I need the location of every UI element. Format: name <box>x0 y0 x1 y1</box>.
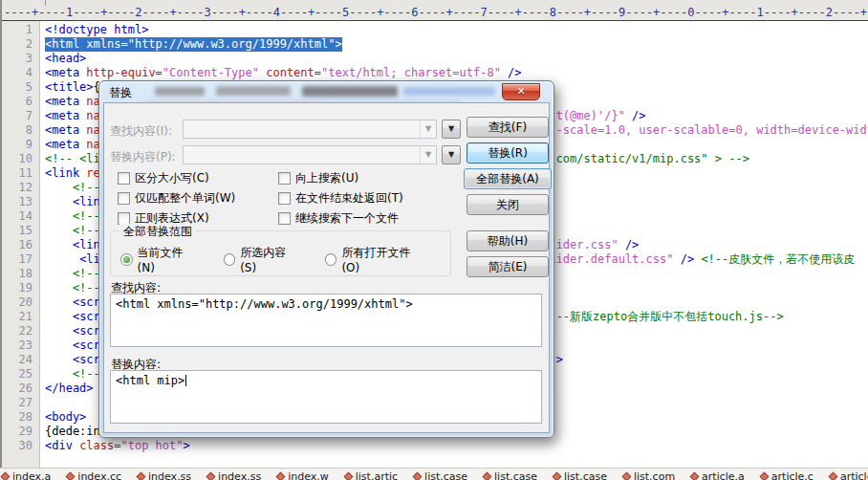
dialog-titlebar[interactable]: 替换 ✕ <box>99 81 553 102</box>
document-tab[interactable]: index.a <box>2 470 51 480</box>
code-line[interactable]: 2<html xmlns="http://www.w3.org/1999/xht… <box>0 37 868 52</box>
option-checkbox[interactable]: 继续搜索下一个文件 <box>278 208 403 229</box>
concise-button[interactable]: 简洁(E) <box>467 256 549 277</box>
replace-content-textarea[interactable]: <html mip> <box>110 370 542 424</box>
line-number: 26 <box>0 382 33 396</box>
file-icon <box>759 472 769 480</box>
help-button[interactable]: 帮助(H) <box>467 230 549 251</box>
document-tab-label: list.case <box>494 470 537 480</box>
code-text: <meta na <box>45 138 100 152</box>
find-what-combobox[interactable]: ▼ <box>183 120 437 139</box>
close-icon[interactable]: ✕ <box>502 83 540 100</box>
document-tab[interactable]: list.com <box>623 470 675 480</box>
line-number: 19 <box>0 281 33 295</box>
code-line[interactable]: 30<div class="top hot"> <box>0 439 868 453</box>
code-text: <title>{ <box>45 80 100 95</box>
replace-history-button[interactable]: ▼ <box>442 145 461 164</box>
line-number: 27 <box>0 396 33 410</box>
selected-code-text: <html xmlns="http://www.w3.org/1999/xhtm… <box>45 37 342 52</box>
document-tab-label: list.case <box>564 470 607 480</box>
dialog-title: 替换 <box>109 85 132 101</box>
scope-radio[interactable]: 当前文件(N) <box>120 245 199 274</box>
code-line[interactable]: 4<meta http-equiv="Content-Type" content… <box>0 66 868 80</box>
code-text: <!-- <box>45 209 100 224</box>
replace-with-combobox[interactable]: ▼ <box>183 145 437 164</box>
chevron-down-icon: ▼ <box>420 120 436 138</box>
radio-label: 所选内容(S) <box>240 245 300 274</box>
code-text: <body> <box>45 410 86 425</box>
radio-icon[interactable] <box>325 253 337 266</box>
radio-label: 当前文件(N) <box>138 245 199 274</box>
find-content-textarea[interactable]: <html xmlns="http://www.w3.org/1999/xhtm… <box>110 294 542 347</box>
radio-icon[interactable] <box>224 253 236 266</box>
checkbox-icon[interactable] <box>278 212 291 225</box>
code-text: <div class="top hot"> <box>45 439 190 453</box>
code-text: <!-- <box>45 224 100 238</box>
radio-icon[interactable] <box>120 253 133 266</box>
replace-scope-options: 当前文件(N)所选内容(S)所有打开文件(O) <box>120 245 450 274</box>
censor-blur <box>216 86 291 96</box>
scope-radio[interactable]: 所有打开文件(O) <box>325 245 425 274</box>
document-tab[interactable]: index.w <box>277 470 329 480</box>
code-text: <meta na <box>45 95 100 109</box>
code-text: <head> <box>45 52 86 66</box>
checkbox-label: 向上搜索(U) <box>295 170 358 186</box>
censor-blur <box>155 87 205 96</box>
option-checkbox[interactable]: 在文件结束处返回(T) <box>278 188 403 208</box>
find-button[interactable]: 查找(F) <box>467 117 549 138</box>
replace-scope-label: 全部替换范围 <box>119 224 196 240</box>
document-tab[interactable]: article.c <box>830 470 868 480</box>
checkbox-icon[interactable] <box>278 172 291 185</box>
file-icon <box>690 472 700 480</box>
line-number: 9 <box>0 138 33 152</box>
document-tab[interactable]: article.a <box>691 470 745 480</box>
line-number: 7 <box>0 109 33 123</box>
code-text: <scr <box>45 338 100 353</box>
censor-blur <box>403 87 495 96</box>
document-tab-label: index.a <box>12 470 51 480</box>
line-number: 24 <box>0 353 33 367</box>
document-tab-label: list.com <box>634 470 675 480</box>
line-number: 21 <box>0 310 33 324</box>
code-line[interactable]: 1<!doctype html> <box>0 23 868 37</box>
file-icon <box>206 472 216 480</box>
close-button[interactable]: 关闭 <box>467 194 549 215</box>
scope-radio[interactable]: 所选内容(S) <box>224 245 300 274</box>
code-line[interactable]: 3<head> <box>0 52 868 66</box>
code-text: <meta http-equiv="Content-Type" content=… <box>45 66 522 80</box>
replace-all-button[interactable]: 全部替换(A) <box>464 168 552 189</box>
file-icon <box>413 472 423 480</box>
checkbox-icon[interactable] <box>118 172 130 185</box>
code-text: <!-- <box>45 367 100 382</box>
document-tab[interactable]: list.case <box>414 470 467 480</box>
code-text: <link re <box>45 166 100 181</box>
document-tab[interactable]: index.ss <box>138 470 191 480</box>
dialog-body: 查找内容(I): ▼ ▼ 替换内容(P): ▼ ▼ 查找(F) 替换(R) 全部… <box>103 102 550 433</box>
checkbox-icon[interactable] <box>278 192 291 205</box>
checkbox-icon[interactable] <box>118 192 130 205</box>
document-tab-label: index.ss <box>218 470 261 480</box>
document-tab-label: article.a <box>702 470 745 480</box>
checkbox-label: 在文件结束处返回(T) <box>295 190 403 207</box>
file-icon <box>828 472 837 480</box>
document-tab[interactable]: article.c <box>761 470 814 480</box>
line-number: 16 <box>0 238 33 252</box>
line-number: 4 <box>0 66 33 80</box>
find-history-button[interactable]: ▼ <box>442 120 461 139</box>
find-what-label: 查找内容(I): <box>110 123 172 140</box>
document-tab[interactable]: list.artic <box>345 470 398 480</box>
replace-button[interactable]: 替换(R) <box>467 142 549 164</box>
document-tab[interactable]: index.cc <box>67 470 121 480</box>
document-tab[interactable]: list.case <box>553 470 607 480</box>
file-icon <box>276 472 286 480</box>
line-number: 23 <box>0 338 33 353</box>
line-number: 11 <box>0 166 33 181</box>
option-checkbox[interactable]: 向上搜索(U) <box>278 168 403 188</box>
option-checkbox[interactable]: 仅匹配整个单词(W) <box>118 188 235 208</box>
document-tab[interactable]: list.case <box>484 470 537 480</box>
option-checkbox[interactable]: 区分大小写(C) <box>118 168 235 188</box>
document-tab[interactable]: index.ss <box>207 470 261 480</box>
censor-blur <box>302 86 398 97</box>
code-text: {dede:in <box>45 425 100 439</box>
code-text: <scr <box>45 295 100 310</box>
